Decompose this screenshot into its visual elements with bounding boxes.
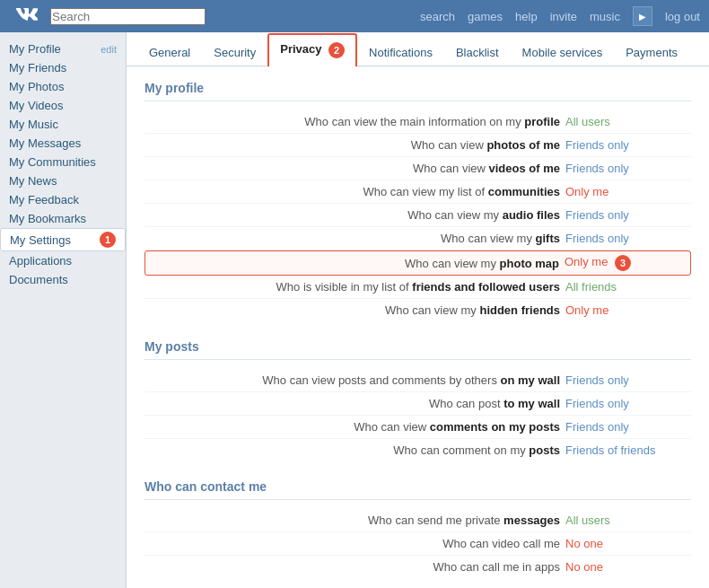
row-value[interactable]: All users [565,115,691,128]
sidebar-item-my-bookmarks[interactable]: My Bookmarks [0,209,126,228]
row-value[interactable]: Friends only [565,373,691,387]
sidebar-item-my-communities[interactable]: My Communities [0,153,126,171]
tab-privacy[interactable]: Privacy 2 [267,33,357,66]
tab-payments[interactable]: Payments [614,38,689,66]
row-label: Who can view posts and comments by other… [144,373,565,387]
row-private-messages: Who can send me private messages All use… [144,509,691,532]
row-label: Who can call me in apps [144,560,565,574]
tab-security[interactable]: Security [202,38,267,66]
row-comments-view: Who can view comments on my posts Friend… [144,416,691,439]
sidebar-edit-link[interactable]: edit [101,44,117,55]
row-value[interactable]: Only me [565,185,691,198]
row-video-call: Who can video call me No one [144,532,691,556]
nav-music[interactable]: music [590,10,620,23]
sidebar-item-applications[interactable]: Applications [0,251,126,270]
sidebar-label-my-profile: My Profile [9,42,61,56]
row-label: Who can view my gifts [144,232,565,245]
row-label: Who can comment on my posts [144,443,565,457]
row-gifts: Who can view my gifts Friends only [144,227,691,250]
sidebar-item-my-feedback[interactable]: My Feedback [0,190,126,209]
row-label: Who can view my audio files [144,208,565,222]
row-audio-files: Who can view my audio files Friends only [144,204,691,227]
row-label: Who can send me private messages [144,513,565,527]
row-videos-of-me: Who can view videos of me Friends only [144,157,691,180]
row-value[interactable]: Only me [565,303,691,317]
layout: My Profile edit My Friends My Photos My … [0,32,709,588]
search-input[interactable] [50,8,206,25]
row-comment-on-posts: Who can comment on my posts Friends of f… [144,439,691,461]
row-value[interactable]: All users [565,513,691,527]
tabs-bar: General Security Privacy 2 Notifications… [127,32,709,66]
row-friends-list: Who is visible in my list of friends and… [144,276,691,299]
tab-blacklist[interactable]: Blacklist [444,38,511,66]
row-label: Who can view the main information on my … [144,115,565,128]
tab-notifications[interactable]: Notifications [357,38,444,66]
main-content: General Security Privacy 2 Notifications… [126,32,709,588]
row-label: Who can view my list of communities [144,185,565,198]
nav-help[interactable]: help [515,10,538,23]
section-my-profile: My profile Who can view the main informa… [144,81,691,321]
row-label: Who can video call me [144,537,565,550]
row-label: Who can view my photo map [145,257,565,270]
tab-mobile-services[interactable]: Mobile services [511,38,615,66]
row-value[interactable]: Friends only [565,162,691,175]
row-label: Who can view comments on my posts [144,420,565,434]
section-title-my-profile: My profile [144,81,691,101]
row-label: Who can view photos of me [144,138,565,152]
row-label: Who can post to my wall [144,397,565,410]
row-communities: Who can view my list of communities Only… [144,180,691,204]
sidebar-settings-badge: 1 [100,232,116,248]
privacy-content: My profile Who can view the main informa… [127,66,709,588]
sidebar-item-my-music[interactable]: My Music [0,115,126,134]
row-value[interactable]: Friends only [565,420,691,434]
row-value[interactable]: No one [565,560,691,574]
section-title-contact: Who can contact me [144,479,691,500]
nav-logout[interactable]: log out [665,10,700,23]
row-value[interactable]: Only me 3 [565,255,690,271]
row-label: Who is visible in my list of friends and… [144,280,565,294]
row-value[interactable]: Friends only [565,232,691,245]
sidebar-item-my-messages[interactable]: My Messages [0,134,126,153]
tab-privacy-badge: 2 [328,42,345,58]
sidebar-item-my-videos[interactable]: My Videos [0,96,126,115]
row-photos-of-me: Who can view photos of me Friends only [144,134,691,157]
section-my-posts: My posts Who can view posts and comments… [144,339,691,461]
row-call-in-apps: Who can call me in apps No one [144,556,691,578]
row-value[interactable]: Friends only [565,208,691,222]
row-value[interactable]: All friends [565,280,691,294]
section-contact: Who can contact me Who can send me priva… [144,479,691,578]
row-label: Who can view my hidden friends [144,303,565,317]
sidebar-item-my-settings[interactable]: My Settings 1 [0,228,126,251]
row-profile-info: Who can view the main information on my … [144,110,691,134]
sidebar-item-documents[interactable]: Documents [0,270,126,289]
tab-general[interactable]: General [137,38,202,66]
row-photo-map: Who can view my photo map Only me 3 [144,250,691,276]
row-wall-view: Who can view posts and comments by other… [144,369,691,392]
top-bar: search games help invite music ▶ log out [0,0,709,32]
sidebar-item-my-news[interactable]: My News [0,171,126,190]
sidebar-item-my-photos[interactable]: My Photos [0,77,126,96]
row-hidden-friends: Who can view my hidden friends Only me [144,299,691,321]
row-value[interactable]: Friends only [565,138,691,152]
photo-map-badge: 3 [615,255,631,271]
row-value[interactable]: No one [565,537,691,550]
row-wall-post: Who can post to my wall Friends only [144,392,691,416]
top-nav-links: search games help invite music ▶ log out [420,6,700,26]
sidebar: My Profile edit My Friends My Photos My … [0,32,126,588]
sidebar-item-my-profile[interactable]: My Profile edit [0,39,126,58]
nav-invite[interactable]: invite [550,10,577,23]
sidebar-section-main: My Profile edit My Friends My Photos My … [0,39,126,289]
sidebar-item-my-friends[interactable]: My Friends [0,58,126,77]
row-value[interactable]: Friends only [565,397,691,410]
row-label: Who can view videos of me [144,162,565,175]
vk-logo[interactable] [9,0,41,32]
nav-games[interactable]: games [468,10,503,23]
row-value[interactable]: Friends of friends [565,443,691,457]
nav-search[interactable]: search [420,10,455,23]
section-title-my-posts: My posts [144,339,691,360]
play-button[interactable]: ▶ [633,6,652,26]
